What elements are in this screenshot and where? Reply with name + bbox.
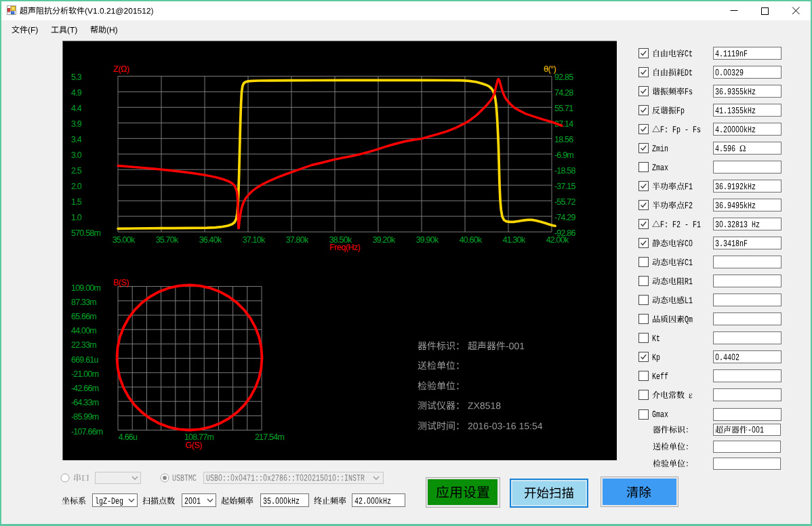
svg-text:G(S): G(S) bbox=[185, 441, 202, 450]
svg-text:-55.72: -55.72 bbox=[554, 197, 575, 207]
svg-text:-42.66m: -42.66m bbox=[71, 384, 99, 393]
svg-text:-37.15: -37.15 bbox=[554, 182, 575, 191]
svg-text:Z(Ω): Z(Ω) bbox=[113, 64, 129, 74]
svg-text:217.54m: 217.54m bbox=[255, 432, 284, 442]
svg-text:39.20k: 39.20k bbox=[373, 235, 396, 245]
svg-text:3.9: 3.9 bbox=[71, 119, 82, 129]
svg-text:1.5: 1.5 bbox=[71, 197, 82, 207]
svg-text:35.00k: 35.00k bbox=[113, 235, 136, 245]
svg-text:41.30k: 41.30k bbox=[503, 235, 526, 245]
svg-text:1.0: 1.0 bbox=[71, 213, 82, 222]
svg-text:-107.66m: -107.66m bbox=[71, 427, 103, 437]
svg-text:-64.33m: -64.33m bbox=[71, 398, 99, 407]
svg-text:-18.58: -18.58 bbox=[554, 166, 575, 176]
svg-text:570.58m: 570.58m bbox=[71, 228, 100, 238]
svg-text:22.33m: 22.33m bbox=[71, 340, 96, 350]
svg-text:3.0: 3.0 bbox=[71, 150, 82, 160]
svg-text:40.60k: 40.60k bbox=[460, 235, 483, 245]
svg-text:74.28: 74.28 bbox=[554, 88, 573, 98]
svg-text:87.33m: 87.33m bbox=[71, 298, 96, 307]
svg-text:669.61u: 669.61u bbox=[71, 355, 98, 365]
svg-text:2.5: 2.5 bbox=[71, 166, 82, 176]
svg-text:-85.99m: -85.99m bbox=[71, 412, 99, 422]
svg-text:37.10k: 37.10k bbox=[243, 235, 266, 245]
svg-text:18.56: 18.56 bbox=[554, 135, 573, 144]
svg-text:35.70k: 35.70k bbox=[156, 235, 179, 245]
svg-text:-6.9m: -6.9m bbox=[554, 150, 573, 160]
svg-text:5.3: 5.3 bbox=[71, 73, 82, 82]
svg-text:Freq(Hz): Freq(Hz) bbox=[329, 243, 361, 252]
svg-text:3.4: 3.4 bbox=[71, 135, 82, 144]
svg-text:θ(°): θ(°) bbox=[544, 64, 556, 74]
svg-text:37.80k: 37.80k bbox=[286, 235, 309, 245]
svg-text:55.71: 55.71 bbox=[554, 104, 573, 113]
svg-text:92.85: 92.85 bbox=[554, 73, 573, 82]
svg-text:-21.00m: -21.00m bbox=[71, 369, 99, 379]
svg-text:4.66u: 4.66u bbox=[119, 432, 138, 442]
svg-text:4.4: 4.4 bbox=[71, 104, 82, 113]
svg-text:42.00k: 42.00k bbox=[546, 235, 569, 245]
svg-text:4.9: 4.9 bbox=[71, 88, 82, 98]
svg-text:2.0: 2.0 bbox=[71, 182, 82, 191]
svg-text:39.90k: 39.90k bbox=[416, 235, 439, 245]
svg-text:B(S): B(S) bbox=[113, 278, 129, 287]
svg-text:-74.29: -74.29 bbox=[554, 213, 575, 222]
svg-text:44.00m: 44.00m bbox=[71, 326, 96, 336]
svg-text:36.40k: 36.40k bbox=[199, 235, 222, 245]
svg-text:109.00m: 109.00m bbox=[71, 283, 100, 293]
svg-text:65.66m: 65.66m bbox=[71, 312, 96, 321]
